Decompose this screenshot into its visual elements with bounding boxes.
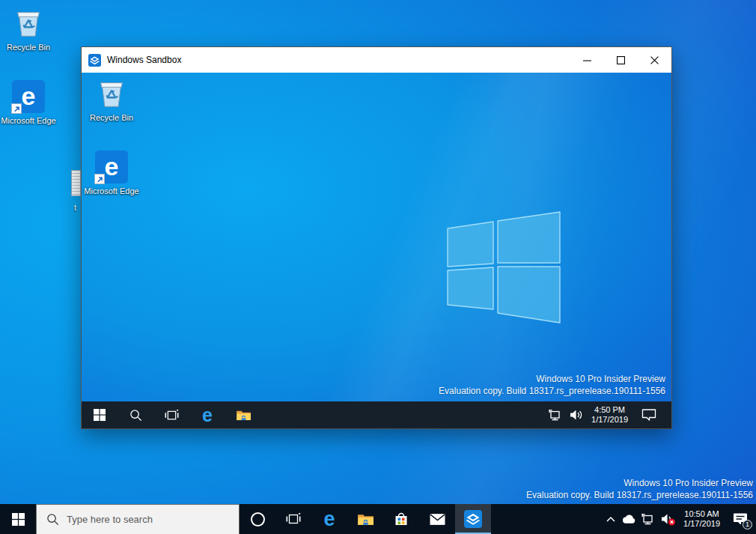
watermark-line2: Evaluation copy. Build 18317.rs_prerelea… [526, 489, 753, 501]
text-document-icon-partial[interactable] [71, 170, 81, 196]
sandbox-action-center-button[interactable] [632, 401, 665, 428]
sandbox-edge-button[interactable]: e [189, 401, 225, 428]
watermark-line2: Evaluation copy. Build 18317.rs_prerelea… [439, 385, 665, 397]
edge-icon: e [323, 509, 335, 530]
sandbox-file-explorer-button[interactable] [225, 401, 261, 428]
minimize-icon [583, 56, 591, 64]
windows-sandbox-taskbar-button[interactable] [455, 504, 491, 534]
windows-logo-wallpaper [447, 210, 561, 326]
sandbox-volume-button[interactable] [566, 401, 587, 428]
file-explorer-button[interactable] [347, 504, 383, 534]
clock-time: 4:50 PM [591, 405, 628, 415]
icon-label: Microsoft Edge [1, 116, 55, 126]
icon-label: Recycle Bin [7, 43, 50, 52]
maximize-button[interactable] [604, 47, 638, 73]
onedrive-cloud-icon [622, 514, 636, 524]
cortana-icon [251, 512, 265, 527]
host-desktop: Recycle Bin e Microsoft Edge t Windows 1… [0, 0, 756, 534]
mail-icon [430, 513, 445, 526]
watermark-line1: Windows 10 Pro Insider Preview [439, 373, 665, 385]
recycle-bin-icon [11, 6, 46, 40]
sandbox-edge-icon[interactable]: e Microsoft Edge [84, 150, 139, 196]
host-recycle-bin-icon[interactable]: Recycle Bin [1, 6, 56, 52]
host-start-button[interactable] [0, 504, 36, 534]
windows-start-icon [12, 513, 25, 526]
sandbox-watermark: Windows 10 Pro Insider Preview Evaluatio… [439, 373, 665, 397]
onedrive-button[interactable] [620, 504, 638, 534]
host-edge-icon[interactable]: e Microsoft Edge [1, 79, 56, 126]
close-icon [650, 56, 659, 64]
clock-date: 1/17/2019 [683, 519, 720, 529]
clock-date: 1/17/2019 [591, 415, 628, 425]
windows-sandbox-app-icon [88, 54, 101, 67]
action-center-icon [641, 408, 656, 422]
host-taskbar: Type here to search e [0, 504, 756, 534]
search-placeholder: Type here to search [67, 514, 153, 525]
sandbox-network-button[interactable] [545, 401, 566, 428]
host-clock[interactable]: 10:50 AM 1/17/2019 [679, 504, 725, 534]
task-view-icon [286, 512, 301, 526]
maximize-icon [617, 56, 625, 64]
sandbox-taskbar: e [82, 401, 671, 428]
store-icon [394, 512, 409, 527]
search-icon [46, 513, 59, 526]
tray-chevron-button[interactable] [601, 504, 620, 534]
sandbox-task-view-button[interactable] [153, 401, 189, 428]
volume-icon [570, 409, 583, 421]
sandbox-search-button[interactable] [118, 401, 153, 428]
cortana-button[interactable] [240, 504, 275, 534]
task-view-icon [165, 409, 179, 422]
network-icon [641, 513, 655, 525]
window-title: Windows Sandbox [107, 55, 181, 65]
search-icon [129, 409, 142, 422]
icon-label: Microsoft Edge [84, 186, 138, 196]
shortcut-arrow-icon [94, 174, 105, 184]
edge-icon: e [202, 406, 213, 425]
network-button[interactable] [638, 504, 657, 534]
action-center-button[interactable]: 1 [725, 504, 756, 534]
edge-taskbar-button[interactable]: e [311, 504, 347, 534]
title-bar[interactable]: Windows Sandbox [82, 47, 671, 73]
sandbox-clock[interactable]: 4:50 PM 1/17/2019 [587, 401, 632, 428]
watermark-line1: Windows 10 Pro Insider Preview [526, 477, 753, 489]
host-watermark: Windows 10 Pro Insider Preview Evaluatio… [526, 477, 753, 501]
sandbox-desktop: Recycle Bin e Microsoft Edge Windows 10 … [82, 73, 671, 401]
volume-button[interactable] [657, 504, 679, 534]
shortcut-arrow-icon [11, 103, 22, 114]
close-button[interactable] [638, 47, 671, 73]
file-explorer-icon [357, 512, 374, 527]
sandbox-recycle-bin-icon[interactable]: Recycle Bin [84, 76, 139, 123]
windows-sandbox-window: Windows Sandbox [81, 46, 672, 429]
sandbox-system-tray: 4:50 PM 1/17/2019 [545, 401, 671, 428]
host-system-tray: 10:50 AM 1/17/2019 1 [601, 504, 756, 534]
store-button[interactable] [383, 504, 419, 534]
mail-button[interactable] [419, 504, 455, 534]
taskbar-search-input[interactable]: Type here to search [36, 504, 240, 534]
windows-sandbox-icon [464, 510, 482, 528]
file-explorer-icon [236, 409, 252, 422]
clock-time: 10:50 AM [683, 509, 720, 519]
notification-badge: 1 [743, 520, 752, 530]
icon-label: Recycle Bin [90, 113, 133, 123]
recycle-bin-icon [94, 76, 129, 111]
minimize-button[interactable] [570, 47, 604, 73]
network-icon [549, 409, 562, 421]
volume-muted-icon [661, 513, 676, 526]
task-view-button[interactable] [275, 504, 311, 534]
windows-start-icon [94, 409, 106, 421]
sandbox-start-button[interactable] [82, 401, 118, 428]
chevron-up-icon [606, 515, 616, 523]
icon-label: t [74, 203, 76, 212]
